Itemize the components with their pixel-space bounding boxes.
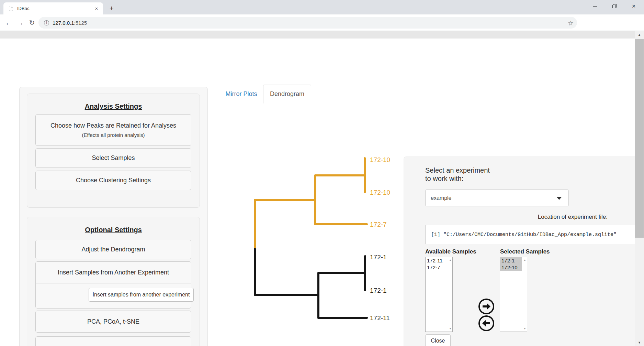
url-host: 127.0.0.1 — [53, 20, 74, 26]
new-tab-button[interactable]: + — [107, 4, 116, 12]
selected-samples-label: Selected Samples — [500, 248, 550, 255]
list-scroll-down-icon[interactable]: ▼ — [449, 327, 452, 330]
restore-icon — [612, 4, 617, 8]
experiment-panel: Select an experiment to work with: examp… — [404, 156, 635, 346]
reload-icon[interactable]: ↻ — [26, 14, 38, 31]
url-port: :5125 — [74, 20, 87, 26]
browser-scrollbar[interactable]: ▲ ▼ — [635, 31, 644, 346]
tab-bar: Mirror Plots Dendrogram — [219, 85, 612, 103]
insert-samples-inner-button[interactable]: Insert samples from another experiment — [89, 288, 194, 302]
move-right-button[interactable] — [478, 299, 494, 314]
arrow-left-icon — [485, 322, 490, 324]
close-button[interactable]: Close — [425, 334, 451, 346]
window-restore-button[interactable] — [607, 0, 622, 12]
file-path-output: [1] "C:/Users/CMC/Documents/GitHub/IDBac… — [425, 225, 635, 244]
list-item[interactable]: 172-7 — [426, 264, 447, 271]
page-background: Analysis Settings Choose how Peaks are R… — [0, 39, 635, 346]
scrollbar-up-icon[interactable]: ▲ — [635, 33, 644, 36]
experiment-select-dropdown[interactable]: example — [425, 190, 569, 206]
address-bar[interactable]: i 127.0.0.1 :5125 ☆ — [38, 17, 577, 29]
insert-samples-link[interactable]: Insert Samples from Another Experiment — [58, 269, 169, 276]
list-item-selected[interactable]: 172-10 — [500, 264, 522, 271]
forward-icon[interactable]: → — [14, 14, 26, 31]
experiment-select-value: example — [431, 195, 451, 201]
list-item-selected[interactable]: 172-1 — [500, 257, 522, 264]
scrollbar-down-icon[interactable]: ▼ — [635, 341, 644, 344]
page-header-strip — [0, 31, 635, 39]
choose-peaks-sublabel: (Effects all protein analysis) — [82, 132, 145, 138]
insert-samples-inner-box: Insert samples from another experiment — [35, 283, 191, 309]
choose-peaks-button[interactable]: Choose how Peaks are Retained for Analys… — [35, 114, 191, 146]
browser-tab[interactable]: IDBac × — [3, 2, 103, 14]
browser-toolbar: ← → ↻ i 127.0.0.1 :5125 ☆ C ⋮ — [0, 14, 644, 31]
list-scroll-up-icon[interactable]: ▲ — [523, 259, 526, 262]
move-left-button[interactable] — [478, 315, 494, 331]
list-item[interactable]: 172-11 — [426, 257, 447, 264]
page-favicon-icon — [9, 6, 13, 11]
selected-samples-listbox[interactable]: 172-1 172-10 ▲ ▼ — [500, 257, 527, 332]
tab-mirror-plots[interactable]: Mirror Plots — [222, 85, 261, 103]
experiment-title-line1: Select an experiment — [425, 166, 490, 174]
file-location-label: Location of experiment file: — [425, 214, 608, 220]
insert-samples-link-box[interactable]: Insert Samples from Another Experiment — [35, 261, 191, 283]
experiment-panel-title: Select an experiment to work with: — [425, 166, 490, 183]
site-info-icon[interactable]: i — [44, 20, 49, 25]
tab-close-icon[interactable]: × — [93, 6, 100, 12]
optional-settings-heading: Optional Settings — [27, 226, 200, 234]
dendrogram-leaf-label: 172-10 — [370, 156, 390, 163]
window-minimize-button[interactable] — [587, 0, 603, 12]
tab-title: IDBac — [17, 6, 93, 11]
back-icon[interactable]: ← — [3, 14, 14, 31]
choose-clustering-button[interactable]: Choose Clustering Settings — [35, 171, 191, 190]
pca-pcoa-tsne-button[interactable]: PCA, PCoA, t-SNE — [35, 311, 191, 333]
dendrogram-leaf-label: 172-10 — [370, 189, 390, 196]
choose-peaks-label: Choose how Peaks are Retained for Analys… — [50, 122, 176, 129]
list-scroll-up-icon[interactable]: ▲ — [449, 259, 452, 262]
available-samples-listbox[interactable]: 172-11 172-7 ▲ ▼ — [425, 257, 453, 332]
dendrogram-leaf-label: 172-7 — [370, 221, 387, 228]
analysis-settings-heading: Analysis Settings — [27, 102, 200, 110]
dendrogram-leaf-label: 172-1 — [370, 287, 387, 294]
minimize-icon — [593, 6, 597, 7]
save-dendrogram-button[interactable]: Save Dendrogram — [35, 336, 191, 346]
dendrogram-leaf-label: 172-1 — [370, 253, 387, 261]
available-samples-label: Available Samples — [425, 248, 476, 255]
chevron-down-icon — [557, 197, 562, 200]
browser-titlebar: IDBac × + × — [0, 0, 644, 14]
adjust-dendrogram-button[interactable]: Adjust the Dendrogram — [35, 240, 191, 259]
dendrogram-leaf-label: 172-11 — [370, 314, 390, 322]
list-scroll-down-icon[interactable]: ▼ — [523, 327, 526, 330]
close-icon: × — [632, 2, 635, 10]
window-close-button[interactable]: × — [626, 0, 642, 12]
scrollbar-thumb[interactable] — [635, 39, 644, 238]
tab-dendrogram[interactable]: Dendrogram — [263, 85, 311, 104]
bookmark-star-icon[interactable]: ☆ — [568, 19, 574, 27]
experiment-title-line2: to work with: — [425, 174, 490, 183]
file-path-text: [1] "C:/Users/CMC/Documents/GitHub/IDBac… — [431, 232, 617, 238]
select-samples-button[interactable]: Select Samples — [35, 148, 191, 168]
dendrogram-plot: 172-10172-10172-7172-1172-1172-11 — [240, 152, 402, 331]
